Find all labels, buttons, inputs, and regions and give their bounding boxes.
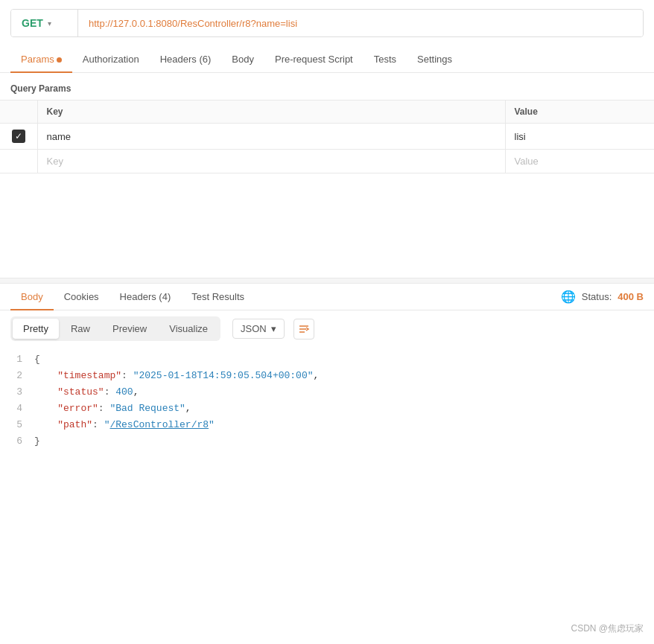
json-line-3: 3 "status": 400,: [10, 384, 644, 401]
tab-params[interactable]: Params: [10, 46, 72, 72]
table-row: ✓ name lisi: [0, 124, 654, 150]
response-tab-body[interactable]: Body: [10, 284, 54, 310]
globe-icon: 🌐: [561, 290, 576, 304]
method-chevron-icon: ▾: [48, 19, 51, 28]
json-response-content: 1 { 2 "timestamp": "2025-01-18T14:59:05.…: [0, 347, 654, 461]
response-tab-cookies[interactable]: Cookies: [54, 284, 109, 310]
line-num-2: 2: [10, 368, 22, 384]
row-value-value: lisi: [515, 131, 526, 142]
key-placeholder: Key: [47, 156, 63, 167]
col-key: Key: [37, 101, 505, 124]
path-link[interactable]: /ResController/r8: [109, 419, 209, 430]
tab-tests[interactable]: Tests: [363, 46, 407, 72]
spacer: [0, 173, 654, 263]
line-num-5: 5: [10, 417, 22, 433]
empty-value-cell[interactable]: Value: [505, 150, 654, 173]
col-checkbox: [0, 101, 37, 124]
params-table: Key Value ✓ name lisi Key Value: [0, 100, 654, 173]
tab-headers[interactable]: Headers (6): [150, 46, 222, 72]
format-tab-preview[interactable]: Preview: [102, 319, 157, 339]
table-row-empty: Key Value: [0, 150, 654, 173]
line-num-6: 6: [10, 433, 22, 450]
line-content-5: "path": "/ResController/r8": [34, 417, 215, 433]
status-value: 400 B: [618, 291, 644, 302]
response-tab-test-results[interactable]: Test Results: [181, 284, 255, 310]
row-key-cell[interactable]: name: [37, 124, 505, 150]
wrap-button[interactable]: [293, 319, 314, 339]
checkbox-checked-icon[interactable]: ✓: [12, 130, 25, 143]
json-line-5: 5 "path": "/ResController/r8": [10, 417, 644, 433]
line-content-4: "error": "Bad Request",: [34, 401, 191, 417]
request-tabs: Params Authorization Headers (6) Body Pr…: [0, 46, 654, 73]
format-tabs-row: Pretty Raw Preview Visualize JSON ▾: [0, 310, 654, 347]
wrap-icon-svg: [298, 323, 310, 335]
tab-authorization[interactable]: Authorization: [72, 46, 150, 72]
empty-checkbox-cell: [0, 150, 37, 173]
method-select[interactable]: GET ▾: [11, 10, 78, 36]
format-tabs-group: Pretty Raw Preview Visualize: [10, 316, 220, 341]
section-divider: [0, 278, 654, 284]
json-line-2: 2 "timestamp": "2025-01-18T14:59:05.504+…: [10, 368, 644, 384]
params-dot: [57, 57, 62, 63]
line-num-4: 4: [10, 401, 22, 417]
url-bar: GET ▾: [10, 9, 644, 37]
json-format-label: JSON: [241, 323, 267, 334]
line-content-3: "status": 400,: [34, 384, 139, 401]
tab-settings[interactable]: Settings: [407, 46, 463, 72]
row-checkbox-cell[interactable]: ✓: [0, 124, 37, 150]
json-line-1: 1 {: [10, 351, 644, 368]
format-tab-raw[interactable]: Raw: [60, 319, 101, 339]
line-content-6: }: [34, 433, 40, 450]
line-content-1: {: [34, 351, 40, 368]
line-num-3: 3: [10, 384, 22, 401]
line-content-2: "timestamp": "2025-01-18T14:59:05.504+00…: [34, 368, 319, 384]
response-tab-headers[interactable]: Headers (4): [109, 284, 182, 310]
format-tab-visualize[interactable]: Visualize: [159, 319, 218, 339]
json-line-4: 4 "error": "Bad Request",: [10, 401, 644, 417]
query-params-label: Query Params: [0, 73, 654, 100]
json-format-dropdown[interactable]: JSON ▾: [232, 319, 285, 339]
row-value-cell[interactable]: lisi: [505, 124, 654, 150]
response-tabs: Body Cookies Headers (4) Test Results 🌐 …: [0, 284, 654, 310]
url-input[interactable]: [78, 10, 643, 36]
row-key-value: name: [47, 131, 72, 142]
empty-key-cell[interactable]: Key: [37, 150, 505, 173]
col-value: Value: [505, 101, 654, 124]
line-num-1: 1: [10, 351, 22, 368]
value-placeholder: Value: [515, 156, 539, 167]
json-line-6: 6 }: [10, 433, 644, 450]
format-tab-pretty[interactable]: Pretty: [13, 319, 59, 339]
method-label: GET: [22, 17, 43, 29]
status-area: 🌐 Status: 400 B: [561, 290, 644, 304]
tab-body[interactable]: Body: [221, 46, 264, 72]
status-label: Status:: [582, 291, 612, 302]
json-format-chevron-icon: ▾: [271, 323, 276, 334]
tab-pre-request[interactable]: Pre-request Script: [264, 46, 363, 72]
